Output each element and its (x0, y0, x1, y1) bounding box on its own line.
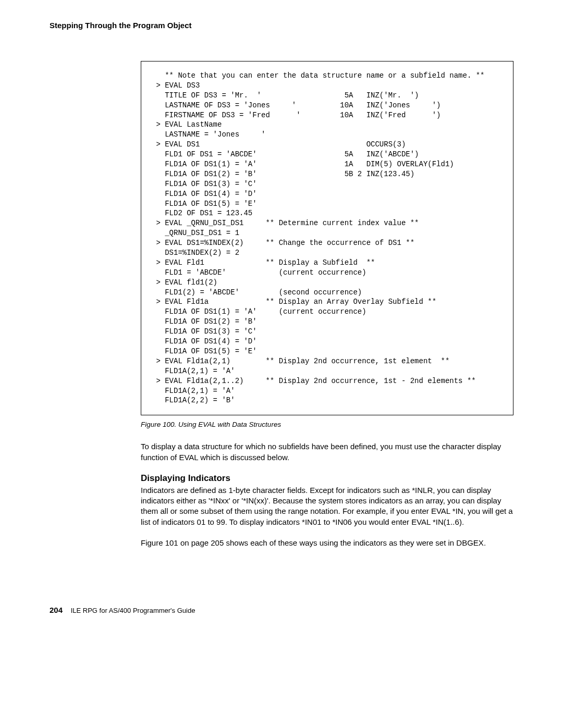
page-number: 204 (50, 606, 63, 614)
footer-text: ILE RPG for AS/400 Programmer's Guide (71, 607, 195, 614)
figure-caption: Figure 100. Using EVAL with Data Structu… (141, 421, 513, 428)
body-paragraph-1: To display a data structure for which no… (141, 441, 513, 463)
figure-container: ** Note that you can enter the data stru… (141, 61, 513, 548)
section-heading-indicators: Displaying Indicators (141, 473, 513, 484)
figure-code-block: ** Note that you can enter the data stru… (141, 61, 513, 415)
body-paragraph-2: Indicators are defined as 1-byte charact… (141, 485, 513, 527)
page-header-title: Stepping Through the Program Object (50, 21, 513, 30)
page-footer: 204 ILE RPG for AS/400 Programmer's Guid… (50, 606, 513, 614)
body-paragraph-3: Figure 101 on page 205 shows each of the… (141, 538, 513, 548)
